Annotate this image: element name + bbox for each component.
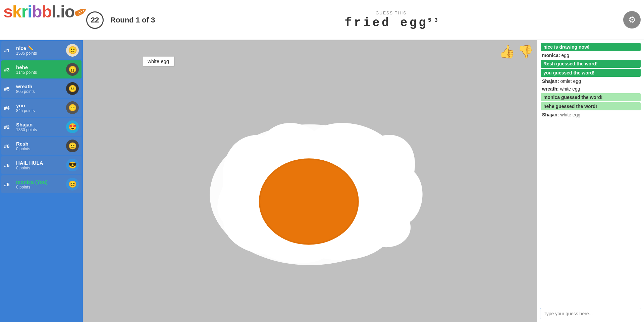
logo-i: i [28,2,32,21]
chat-input[interactable] [540,308,641,319]
player-info-wreath: wreath 805 points [16,84,63,94]
player-rank-shajan: #2 [4,124,13,130]
player-item-shajan[interactable]: #2 Shajan 1330 points 😍 [1,118,82,136]
logo-k: k [12,2,21,21]
player-name-nice: nice ✏️ [16,45,63,51]
pencil-drawing-icon: ✏️ [28,45,33,51]
chat-msg-5: Shajan: omlet egg [541,78,641,85]
logo-s: s [3,2,12,21]
player-info-hailhula: HAIL HULA 0 points [16,160,63,170]
player-name-resh: Resh [16,141,63,147]
logo-b1: b [32,2,42,21]
player-points-hailhula: 0 points [16,166,63,170]
logo-r: r [21,2,28,21]
logo: skribbl.io✏ [3,3,86,20]
player-points-nice: 1505 points [16,51,63,56]
thumbs-container: 👍 👎 [499,44,533,59]
timer-value: 22 [91,16,99,24]
player-rank-resh: #6 [4,143,13,149]
player-item-nice[interactable]: #1 nice ✏️ 1505 points 🙂 [1,41,82,59]
player-item-hehe[interactable]: #3 hehe 1145 points 😠 [1,60,82,78]
player-rank-you: #4 [4,105,13,111]
player-rank-hehe: #3 [4,67,13,72]
player-avatar-monica: 😊 [66,178,79,191]
guess-word: fried egg5 3 [344,16,437,30]
player-points-hehe: 1145 points [16,70,63,75]
player-item-resh[interactable]: #6 Resh 0 points 😐 [1,137,82,155]
player-avatar-hehe: 😠 [66,63,79,76]
player-info-shajan: Shajan 1330 points [16,122,63,132]
chat-messages: nice is drawing now! monica: egg Resh gu… [537,40,644,305]
player-avatar-nice: 🙂 [66,44,79,57]
player-points-you: 845 points [16,108,63,113]
player-avatar-you: 😑 [66,101,79,114]
player-info-nice: nice ✏️ 1505 points [16,45,63,56]
chat-msg-4: you guessed the word! [541,69,641,77]
thumbs-up-button[interactable]: 👍 [499,44,515,59]
logo-io: .io [56,2,74,21]
player-item-you[interactable]: #4 you 845 points 😑 [1,99,82,117]
chat-input-container [537,305,644,322]
player-avatar-wreath: 😐 [66,82,79,95]
player-item-monica[interactable]: #6 monica (You) 0 points 😊 [1,175,82,193]
settings-button[interactable]: ⚙ [623,11,641,29]
player-rank-1: #1 [4,48,13,53]
header-content: 22 Round 1 of 3 GUESS THIS fried egg5 3 [83,0,621,40]
player-name-hailhula: HAIL HULA [16,160,63,166]
player-info-you: you 845 points [16,103,63,113]
guess-label: GUESS THIS [376,11,407,15]
drawing-canvas [83,40,537,322]
player-avatar-resh: 😐 [66,140,79,152]
player-points-shajan: 1330 points [16,127,63,132]
player-item-hailhula[interactable]: #6 HAIL HULA 0 points 😎 [1,156,82,174]
player-name-hehe: hehe [16,64,63,70]
chat-panel: nice is drawing now! monica: egg Resh gu… [537,40,644,322]
guess-sup: 5 3 [428,17,438,23]
player-list: #1 nice ✏️ 1505 points 🙂 #3 hehe 1145 po… [0,40,83,322]
player-name-monica: monica (You) [16,179,63,185]
player-rank-hailhula: #6 [4,162,13,168]
player-info-monica: monica (You) 0 points [16,179,63,190]
chat-msg-6: wreath: white egg [541,86,641,92]
player-avatar-hailhula: 😎 [66,159,79,171]
canvas-area [83,40,537,322]
player-name-wreath: wreath [16,84,63,89]
player-item-wreath[interactable]: #5 wreath 805 points 😐 [1,79,82,98]
logo-dot: l [52,2,56,21]
round-text: Round 1 of 3 [110,16,155,24]
word-tooltip: white egg [143,56,174,66]
top-header: skribbl.io✏ 22 Round 1 of 3 GUESS THIS f… [0,0,644,40]
player-info-resh: Resh 0 points [16,141,63,151]
chat-msg-9: Shajan: white egg [541,111,641,118]
timer-circle: 22 [86,11,104,29]
settings-icon: ⚙ [628,15,636,25]
player-rank-wreath: #5 [4,86,13,92]
player-points-monica: 0 points [16,185,63,190]
player-points-resh: 0 points [16,147,63,151]
chat-msg-7: monica guessed the word! [541,93,641,101]
chat-msg-8: hehe guessed the word! [541,102,641,110]
player-avatar-shajan: 😍 [66,120,79,133]
player-info-hehe: hehe 1145 points [16,64,63,75]
guess-word-text: fried egg [344,16,428,30]
chat-msg-1: nice is drawing now! [541,43,641,51]
guess-section: GUESS THIS fried egg5 3 [162,11,621,30]
player-points-wreath: 805 points [16,89,63,94]
thumbs-down-button[interactable]: 👎 [518,44,533,59]
chat-msg-2: monica: egg [541,52,641,59]
player-name-you: you [16,103,63,108]
player-name-shajan: Shajan [16,122,63,127]
player-rank-monica: #6 [4,181,13,187]
chat-msg-3: Resh guessed the word! [541,60,641,68]
logo-b2: b [42,2,52,21]
